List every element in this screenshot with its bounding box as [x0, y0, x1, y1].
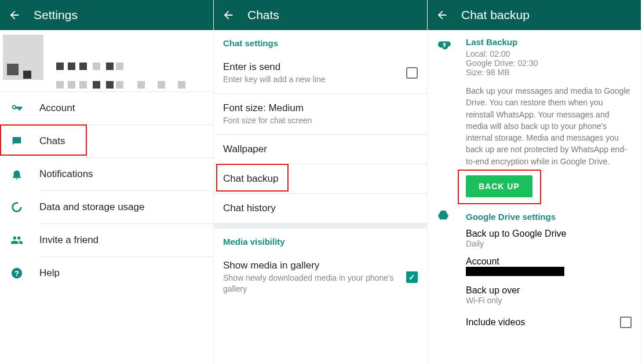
page-title: Chats: [247, 8, 279, 22]
label: Back up over: [466, 285, 632, 296]
header: Settings: [0, 0, 213, 30]
settings-screen: Settings Account Chats: [0, 0, 214, 364]
header: Chat backup: [428, 0, 641, 30]
label: Enter is send: [223, 61, 406, 73]
data-usage-icon: [9, 200, 24, 215]
page-title: Chat backup: [461, 8, 530, 22]
label: Chat backup: [223, 173, 278, 185]
page-title: Settings: [34, 8, 78, 22]
gdrive-settings-header: Google Drive settings: [466, 212, 556, 222]
subtitle: Wi-Fi only: [466, 296, 632, 305]
backup-to-gdrive-item[interactable]: Back up to Google Drive Daily: [466, 229, 632, 248]
subtitle: Font size for chat screen: [223, 115, 418, 126]
checkbox-unchecked[interactable]: [406, 67, 418, 79]
label: Include videos: [466, 317, 620, 328]
local-time: Local: 02:00: [466, 49, 632, 58]
settings-item-account[interactable]: Account: [0, 92, 213, 124]
include-videos-item[interactable]: Include videos: [466, 317, 632, 328]
settings-item-chats[interactable]: Chats: [0, 125, 213, 157]
backup-over-item[interactable]: Back up over Wi-Fi only: [466, 285, 632, 305]
settings-item-notifications[interactable]: Notifications: [0, 158, 213, 190]
google-drive-icon: [437, 209, 466, 224]
chats-item-font-size[interactable]: Font size: Medium Font size for chat scr…: [214, 94, 427, 134]
svg-point-0: [13, 203, 21, 212]
subtitle: Show newly downloaded media in your phon…: [223, 273, 406, 293]
subtitle: Daily: [466, 239, 632, 248]
section-header: Media visibility: [214, 229, 427, 251]
chats-item-chat-backup[interactable]: Chat backup: [214, 164, 427, 193]
back-icon[interactable]: [436, 9, 448, 21]
label: Chat history: [223, 203, 276, 214]
chats-item-enter-is-send[interactable]: Enter is send Enter key will add a new l…: [214, 53, 427, 93]
label: Account: [39, 102, 75, 114]
cloud-upload-icon: [437, 37, 466, 54]
label: Show media in gallery: [223, 260, 406, 271]
profile-header[interactable]: [0, 30, 213, 91]
back-icon[interactable]: [222, 9, 235, 21]
label: Invite a friend: [39, 234, 99, 246]
chat-backup-screen: Chat backup Last Backup Local: 02:00 Goo…: [428, 0, 641, 364]
label: Wallpaper: [223, 144, 267, 155]
label: Notifications: [39, 168, 93, 180]
backup-description: Back up your messages and media to Googl…: [466, 85, 632, 167]
chats-item-show-media[interactable]: Show media in gallery Show newly downloa…: [214, 251, 427, 302]
backup-size: Size: 98 MB: [466, 68, 632, 77]
label: Help: [39, 267, 60, 279]
checkbox-checked[interactable]: ✓: [406, 271, 418, 283]
key-icon: [9, 101, 24, 116]
bell-icon: [9, 167, 24, 182]
subtitle: Enter key will add a new line: [223, 74, 406, 84]
label: Font size: Medium: [223, 102, 418, 114]
back-icon[interactable]: [8, 9, 21, 21]
help-icon: ?: [9, 266, 24, 281]
label: Chats: [39, 135, 65, 147]
people-icon: [9, 233, 24, 248]
label: Back up to Google Drive: [466, 229, 632, 239]
chats-screen: Chats Chat settings Enter is send Enter …: [214, 0, 428, 364]
label: Data and storage usage: [39, 201, 144, 213]
chat-icon: [9, 134, 24, 149]
label: Account: [466, 256, 632, 267]
settings-item-help[interactable]: ? Help: [0, 257, 213, 289]
chats-item-chat-history[interactable]: Chat history: [214, 194, 427, 223]
chats-item-wallpaper[interactable]: Wallpaper: [214, 135, 427, 164]
header: Chats: [214, 0, 427, 30]
svg-text:?: ?: [14, 269, 19, 278]
section-header: Chat settings: [214, 30, 427, 53]
settings-item-data[interactable]: Data and storage usage: [0, 191, 213, 223]
settings-item-invite[interactable]: Invite a friend: [0, 224, 213, 256]
checkbox-unchecked[interactable]: [620, 317, 632, 328]
account-item[interactable]: Account: [466, 256, 632, 276]
last-backup-header: Last Backup: [466, 37, 632, 47]
gdrive-time: Google Drive: 02:30: [466, 58, 632, 68]
redacted-account: [466, 267, 564, 276]
backup-button[interactable]: BACK UP: [466, 175, 532, 197]
